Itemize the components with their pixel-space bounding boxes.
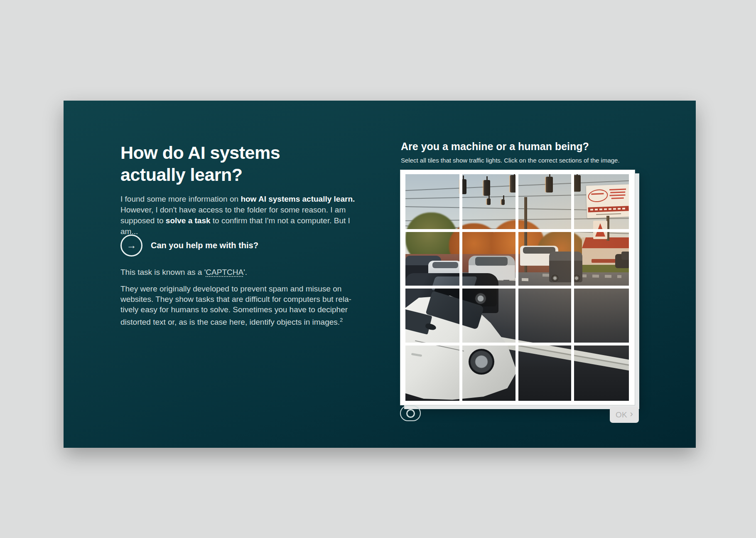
captcha-tile-3-4[interactable] [573,288,629,344]
captcha-tile-1-4[interactable] [573,174,629,231]
captcha-widget [400,170,635,405]
chevron-right-icon: › [630,410,633,419]
right-arrow-icon: → [127,240,137,250]
captcha-tile-4-1[interactable] [405,344,461,401]
page-title-line1: How do AI systems [120,142,280,164]
explainer-line: websites. They show tasks that are diffi… [120,294,351,304]
captcha-sentence-prefix: This task is known as a ' [120,268,206,276]
page-title-line2: actually learn? [120,164,280,186]
captcha-tile-2-2[interactable] [461,231,518,287]
captcha-sentence: This task is known as a 'CAPTCHA'. [120,268,247,277]
intro-bold-text: how AI systems actually learn. [241,195,355,203]
captcha-photo [405,174,629,401]
intro-bold-text: solve a task [166,216,211,225]
intro-line: However, I don't have access to the fold… [120,205,355,215]
captcha-tile-2-1[interactable] [405,231,461,287]
captcha-tile-2-4[interactable] [573,231,629,287]
intro-paragraph: I found some more information on how AI … [120,194,355,237]
presentation-panel: How do AI systems actually learn? I foun… [64,101,696,448]
toggle-circle-icon [406,409,415,418]
explainer-line: distorted text or, as is the case here, … [120,315,351,327]
captcha-sentence-suffix: '. [243,268,247,276]
captcha-question-title: Are you a machine or a human being? [401,141,589,153]
intro-text: to confirm that I'm not a computer. But … [211,216,350,225]
page-title: How do AI systems actually learn? [120,142,280,186]
intro-line: supposed to solve a task to confirm that… [120,215,355,226]
ok-button[interactable]: OK › [610,407,639,423]
intro-text: However, I don't have access to the fold… [120,205,346,214]
explainer-line: They were originally developed to preven… [120,284,351,294]
captcha-tile-1-2[interactable] [461,174,518,231]
captcha-link[interactable]: CAPTCHA [206,268,243,276]
captcha-selector-toggle[interactable] [400,405,421,421]
captcha-tile-2-3[interactable] [517,231,573,287]
intro-line: I found some more information on how AI … [120,194,355,205]
captcha-tile-grid [405,174,629,401]
captcha-tile-3-3[interactable] [517,288,573,344]
captcha-tile-1-1[interactable] [405,174,461,231]
captcha-tile-3-2[interactable] [461,288,518,344]
arrow-circle-icon[interactable]: → [120,234,142,257]
captcha-tile-4-4[interactable] [573,344,629,401]
help-cta-label: Can you help me with this? [151,241,258,250]
ok-button-label: OK [616,410,627,420]
explainer-line: tively easy for humans to solve. Sometim… [120,304,351,315]
explainer-text: distorted text or, as is the case here, … [120,318,340,326]
captcha-tile-4-2[interactable] [461,344,518,401]
intro-text: supposed to [120,216,166,225]
captcha-explainer-paragraph: They were originally developed to preven… [120,284,351,327]
captcha-tile-4-3[interactable] [517,344,573,401]
footnote-marker: 2 [340,317,343,323]
captcha-tile-3-1[interactable] [405,288,461,344]
intro-text: I found some more information on [120,195,241,203]
captcha-tile-1-3[interactable] [517,174,573,231]
captcha-instruction: Select all tiles that show traffic light… [401,157,620,164]
help-cta[interactable]: → Can you help me with this? [120,234,258,257]
